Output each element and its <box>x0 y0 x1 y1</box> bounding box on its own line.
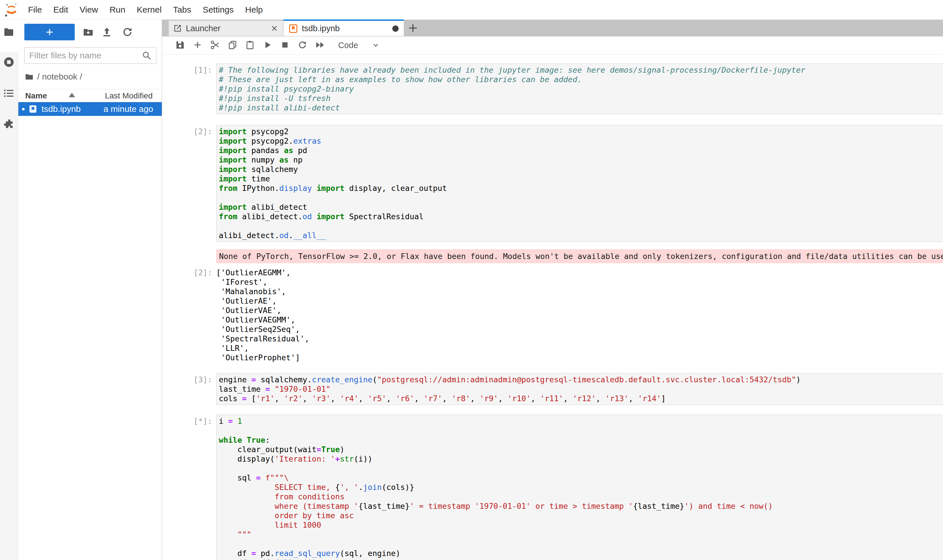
menu-tabs[interactable]: Tabs <box>167 5 197 15</box>
code-line: import sqlalchemy <box>219 165 943 174</box>
code-line: import numpy as np <box>219 155 943 165</box>
menu-file[interactable]: File <box>22 5 48 15</box>
code-line: from alibi_detect.od import SpectralResi… <box>219 212 943 221</box>
code-cell-1[interactable]: [2]:import psycopg2import psycopg2.extra… <box>162 125 943 242</box>
filter-files-wrap <box>24 47 156 64</box>
file-browser-toolbar: + <box>19 20 162 40</box>
cell-editor[interactable]: import psycopg2import psycopg2.extrasimp… <box>216 125 943 242</box>
dock-tab-bar: Launcher tsdb.ipynb <box>162 20 943 36</box>
table-of-contents-icon[interactable] <box>3 88 15 99</box>
left-activity-bar <box>0 20 18 560</box>
tab-tsdb-ipynb[interactable]: tsdb.ipynb <box>284 20 404 36</box>
restart-kernel-button[interactable] <box>296 39 309 51</box>
stderr-output: None of PyTorch, TensorFlow >= 2.0, or F… <box>216 249 943 263</box>
file-list-header: Name Last Modified <box>19 89 162 102</box>
close-tab-icon[interactable] <box>270 24 279 32</box>
paste-cells-button[interactable] <box>244 39 256 51</box>
sort-ascending-icon[interactable] <box>69 93 75 97</box>
cell-input-prompt: [1]: <box>162 63 216 114</box>
home-folder-icon[interactable] <box>25 72 34 81</box>
tab-tsdb-label: tsdb.ipynb <box>302 24 340 33</box>
upload-button[interactable] <box>101 26 113 38</box>
menu-edit[interactable]: Edit <box>48 5 74 15</box>
code-line: order by time asc <box>219 511 943 520</box>
code-line: where (timestamp '{last_time}' = timesta… <box>219 502 943 511</box>
tab-launcher-label: Launcher <box>186 24 221 33</box>
new-folder-button[interactable] <box>82 26 94 38</box>
code-line: clear_output(wait=True) <box>219 445 943 454</box>
refresh-button[interactable] <box>122 26 133 38</box>
file-last-modified: a minute ago <box>103 104 153 114</box>
new-tab-button[interactable] <box>407 22 419 34</box>
menu-view[interactable]: View <box>74 5 103 15</box>
chevron-down-icon <box>372 41 380 49</box>
code-line: limit 1000 <box>219 520 943 530</box>
tab-launcher[interactable]: Launcher <box>168 20 284 36</box>
breadcrumb[interactable]: / notebook / <box>19 72 162 82</box>
file-browser-icon[interactable] <box>3 26 15 38</box>
code-line <box>219 193 943 202</box>
add-cell-button[interactable] <box>191 39 204 51</box>
menu-help[interactable]: Help <box>239 5 269 15</box>
code-line: import alibi_detect <box>219 202 943 212</box>
code-line: from IPython.display import display, cle… <box>219 183 943 193</box>
notebook-file-icon <box>28 105 37 114</box>
filter-files-input[interactable] <box>24 47 156 64</box>
code-line: import psycopg2 <box>219 127 943 136</box>
code-line: cols = ['r1', 'r2', 'r3', 'r4', 'r5', 'r… <box>219 394 943 403</box>
notebook-icon <box>289 24 298 33</box>
column-header-last-modified[interactable]: Last Modified <box>105 91 153 100</box>
code-line: import time <box>219 174 943 183</box>
code-line <box>219 463 943 473</box>
unsaved-changes-dot[interactable] <box>392 25 399 32</box>
cell-editor[interactable]: engine = sqlalchemy.create_engine("postg… <box>216 373 943 405</box>
code-line: last_time = "1970-01-01" <box>219 384 943 394</box>
code-line: alibi_detect.od.__all__ <box>219 231 943 240</box>
cell-editor[interactable]: # The following libraries have already b… <box>216 63 943 114</box>
cell-output-prompt: [2]: <box>162 266 216 362</box>
new-launcher-button[interactable]: + <box>24 24 75 40</box>
menu-kernel[interactable]: Kernel <box>131 5 168 15</box>
menu-items: File Edit View Run Kernel Tabs Settings … <box>22 5 269 15</box>
extensions-icon[interactable] <box>3 118 15 130</box>
code-line: sql = f"""\ <box>219 473 943 482</box>
file-name: tsdb.ipynb <box>42 104 81 114</box>
code-line: # The following libraries have already b… <box>219 65 943 75</box>
code-line: #!pip install psycopg2-binary <box>219 84 943 94</box>
code-line: engine = sqlalchemy.create_engine("postg… <box>219 375 943 384</box>
jupyterlab-window: File Edit View Run Kernel Tabs Settings … <box>0 0 943 560</box>
code-cell-3[interactable]: [*]:i = 1 while True: clear_output(wait=… <box>162 415 943 560</box>
column-header-name[interactable]: Name <box>25 91 47 100</box>
code-line: """ <box>219 530 943 539</box>
cut-cells-button[interactable] <box>209 39 221 51</box>
cell-type-dropdown[interactable]: Code <box>338 41 380 50</box>
code-line: df = df.fillna(0) <box>219 558 943 560</box>
cell-editor[interactable]: i = 1 while True: clear_output(wait=True… <box>216 415 943 560</box>
copy-cells-button[interactable] <box>227 39 239 51</box>
notebook-toolbar: Code <box>162 36 943 54</box>
code-line <box>219 426 943 435</box>
menu-bar: File Edit View Run Kernel Tabs Settings … <box>0 0 943 20</box>
menu-settings[interactable]: Settings <box>197 5 239 15</box>
code-cell-0[interactable]: [1]:# The following libraries have alrea… <box>162 63 943 114</box>
code-cell-2[interactable]: [3]:engine = sqlalchemy.create_engine("p… <box>162 373 943 405</box>
running-kernels-icon[interactable] <box>3 56 15 68</box>
file-row-tsdb-ipynb[interactable]: tsdb.ipynb a minute ago <box>19 102 162 116</box>
code-line <box>219 539 943 549</box>
code-line: SELECT time, {', '.join(cols)} <box>219 482 943 492</box>
jupyter-logo-icon <box>4 2 19 18</box>
code-line: import psycopg2.extras <box>219 136 943 146</box>
code-line: # These are just left in as examples to … <box>219 75 943 84</box>
search-icon <box>142 51 151 60</box>
cell-input-prompt: [3]: <box>162 373 216 405</box>
restart-run-all-button[interactable] <box>314 39 326 51</box>
interrupt-kernel-button[interactable] <box>279 39 291 51</box>
output-text: ['OutlierAEGMM', 'IForest', 'Mahalanobis… <box>216 266 309 362</box>
run-cell-button[interactable] <box>261 39 273 51</box>
execute-result-output: [2]:['OutlierAEGMM', 'IForest', 'Mahalan… <box>162 266 943 362</box>
menu-run[interactable]: Run <box>104 5 131 15</box>
code-line: i = 1 <box>219 416 943 426</box>
save-button[interactable] <box>174 39 186 51</box>
notebook-content: [1]:# The following libraries have alrea… <box>162 54 943 560</box>
running-indicator-dot <box>22 108 25 111</box>
